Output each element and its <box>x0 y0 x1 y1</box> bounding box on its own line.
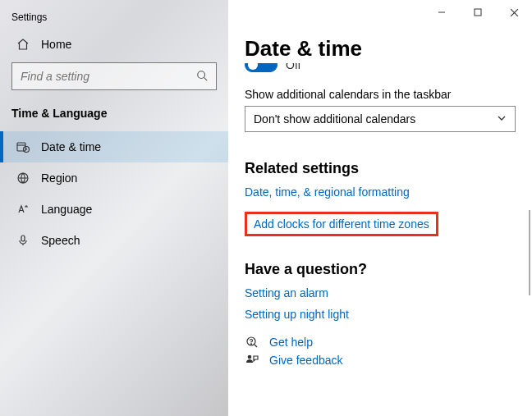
sidebar-item-label: Region <box>41 171 77 185</box>
link-night-light[interactable]: Setting up night light <box>245 308 516 321</box>
svg-rect-5 <box>475 9 481 16</box>
maximize-button[interactable] <box>460 0 496 25</box>
sidebar: Settings Home Time & Language <box>0 0 228 416</box>
link-add-clocks[interactable]: Add clocks for different time zones <box>245 212 438 236</box>
content-pane: Date & time Off Show additional calendar… <box>228 0 532 416</box>
link-setting-alarm[interactable]: Setting an alarm <box>245 286 516 299</box>
help-links: Setting an alarm Setting up night light <box>245 286 516 321</box>
additional-calendars-dropdown[interactable]: Don't show additional calendars <box>245 106 516 132</box>
sidebar-item-speech[interactable]: Speech <box>0 225 228 256</box>
svg-point-8 <box>248 355 252 359</box>
help-icon <box>245 336 259 349</box>
sidebar-item-label: Speech <box>41 234 80 247</box>
link-date-time-format[interactable]: Date, time, & regional formatting <box>245 185 516 199</box>
toggle-switch[interactable] <box>245 63 277 72</box>
page-title: Date & time <box>245 36 516 62</box>
feedback-row[interactable]: Give feedback <box>245 354 516 367</box>
chevron-down-icon <box>497 112 507 126</box>
feedback-icon <box>245 354 259 367</box>
svg-rect-4 <box>21 235 25 241</box>
close-button[interactable] <box>496 0 532 25</box>
sidebar-item-date-time[interactable]: Date & time <box>0 131 228 162</box>
window-title: Settings <box>0 7 228 31</box>
globe-icon <box>16 171 30 185</box>
search-field[interactable] <box>21 70 185 83</box>
minimize-button[interactable] <box>424 0 460 25</box>
sidebar-item-region[interactable]: Region <box>0 162 228 194</box>
search-icon <box>196 70 208 84</box>
sidebar-category: Time & Language <box>0 103 228 131</box>
sidebar-item-label: Date & time <box>41 140 101 153</box>
settings-window: Settings Home Time & Language <box>0 0 532 416</box>
titlebar-controls <box>424 0 532 25</box>
language-icon <box>16 203 30 216</box>
toggle-value: Off <box>286 63 300 71</box>
search-container <box>0 62 228 103</box>
nav-home-label: Home <box>41 38 71 51</box>
clock-calendar-icon <box>16 140 30 153</box>
related-settings-heading: Related settings <box>245 160 516 177</box>
question-heading: Have a question? <box>245 261 516 278</box>
dropdown-value: Don't show additional calendars <box>254 112 415 126</box>
svg-point-0 <box>198 71 205 78</box>
svg-point-7 <box>251 344 252 345</box>
search-input[interactable] <box>11 62 217 90</box>
additional-calendars-label: Show additional calendars in the taskbar <box>245 88 516 101</box>
home-icon <box>16 38 30 51</box>
sidebar-item-language[interactable]: Language <box>0 194 228 225</box>
link-get-help[interactable]: Get help <box>269 336 313 349</box>
microphone-icon <box>16 234 30 247</box>
scrollbar[interactable] <box>529 210 530 295</box>
sidebar-item-label: Language <box>41 203 92 216</box>
nav-home[interactable]: Home <box>0 31 228 62</box>
get-help-row[interactable]: Get help <box>245 336 516 349</box>
toggle-partial-row: Off <box>245 63 516 75</box>
link-give-feedback[interactable]: Give feedback <box>269 354 343 367</box>
